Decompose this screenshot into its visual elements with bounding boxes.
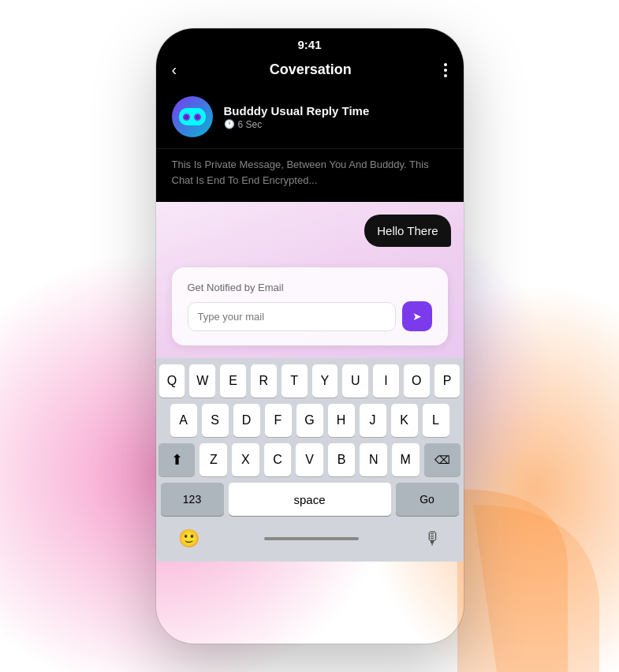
- key-h[interactable]: H: [328, 404, 355, 437]
- robot-icon: [179, 108, 206, 125]
- key-q[interactable]: Q: [159, 364, 185, 398]
- home-bar-area: 🙂 🎙: [159, 522, 461, 558]
- phone-frame: 9:41 ‹ Coversation Budddy Usual Reply Ti…: [156, 28, 464, 644]
- key-w[interactable]: W: [189, 364, 215, 398]
- keyboard-row-3: ⬆ Z X C V B N M ⌫: [159, 443, 461, 476]
- clock-icon: 🕐: [224, 119, 235, 129]
- go-key[interactable]: Go: [396, 483, 459, 516]
- key-y[interactable]: Y: [312, 364, 338, 398]
- key-s[interactable]: S: [202, 404, 229, 437]
- key-g[interactable]: G: [296, 404, 323, 437]
- key-n[interactable]: N: [360, 443, 387, 476]
- keyboard-bottom-row: 123 space Go: [159, 483, 461, 516]
- key-e[interactable]: E: [220, 364, 246, 398]
- numbers-key[interactable]: 123: [161, 483, 224, 516]
- privacy-notice: This Is Private Message, Between You And…: [156, 148, 464, 202]
- key-u[interactable]: U: [342, 364, 368, 398]
- home-indicator: [264, 537, 359, 540]
- key-f[interactable]: F: [265, 404, 292, 437]
- key-i[interactable]: I: [373, 364, 399, 398]
- key-j[interactable]: J: [360, 404, 386, 437]
- buddy-details: Budddy Usual Reply Time 🕐 6 Sec: [224, 104, 448, 130]
- key-r[interactable]: R: [251, 364, 277, 398]
- back-button[interactable]: ‹: [172, 61, 177, 79]
- page-title: Coversation: [270, 62, 352, 78]
- phone-top: 9:41 ‹ Coversation Budddy Usual Reply Ti…: [156, 28, 464, 202]
- buddy-info-bar: Budddy Usual Reply Time 🕐 6 Sec: [156, 88, 464, 148]
- key-b[interactable]: B: [328, 443, 356, 476]
- key-k[interactable]: K: [391, 404, 418, 437]
- reply-time-value: 6 Sec: [238, 119, 263, 130]
- message-bubble: Hello There: [364, 215, 450, 247]
- email-input[interactable]: [188, 302, 396, 331]
- key-d[interactable]: D: [233, 404, 260, 437]
- buddy-name: Budddy Usual Reply Time: [224, 104, 448, 118]
- phone-bottom: Hello There Get Notified by Email ➤ Q W …: [156, 202, 464, 562]
- send-icon: ➤: [412, 310, 422, 323]
- key-m[interactable]: M: [392, 443, 420, 476]
- microphone-icon[interactable]: 🎙: [424, 528, 442, 549]
- keyboard-row-1: Q W E R T Y U I O P: [159, 364, 461, 398]
- keyboard: Q W E R T Y U I O P A S D F G H J K: [156, 358, 464, 562]
- nav-bar: ‹ Coversation: [156, 54, 464, 88]
- email-input-row: ➤: [188, 301, 432, 331]
- time-display: 9:41: [297, 38, 321, 51]
- send-email-button[interactable]: ➤: [402, 301, 432, 331]
- shift-key[interactable]: ⬆: [158, 443, 195, 476]
- avatar: [172, 96, 213, 137]
- more-options-button[interactable]: [444, 63, 447, 77]
- key-c[interactable]: C: [264, 443, 292, 476]
- key-v[interactable]: V: [296, 443, 323, 476]
- key-a[interactable]: A: [170, 404, 197, 437]
- space-key[interactable]: space: [229, 483, 391, 516]
- status-bar: 9:41: [156, 28, 464, 54]
- email-card: Get Notified by Email ➤: [172, 267, 448, 345]
- key-l[interactable]: L: [423, 404, 449, 437]
- eye-right: [194, 114, 201, 121]
- buddy-reply-time: 🕐 6 Sec: [224, 119, 448, 130]
- key-x[interactable]: X: [232, 443, 259, 476]
- key-p[interactable]: P: [434, 364, 461, 398]
- key-t[interactable]: T: [282, 364, 308, 398]
- chat-area: Hello There: [156, 202, 464, 259]
- email-card-title: Get Notified by Email: [188, 282, 432, 293]
- delete-key[interactable]: ⌫: [424, 443, 461, 476]
- eye-left: [183, 114, 190, 121]
- keyboard-row-2: A S D F G H J K L: [159, 404, 461, 437]
- key-o[interactable]: O: [404, 364, 430, 398]
- emoji-keyboard-icon[interactable]: 🙂: [178, 528, 199, 549]
- key-z[interactable]: Z: [199, 443, 227, 476]
